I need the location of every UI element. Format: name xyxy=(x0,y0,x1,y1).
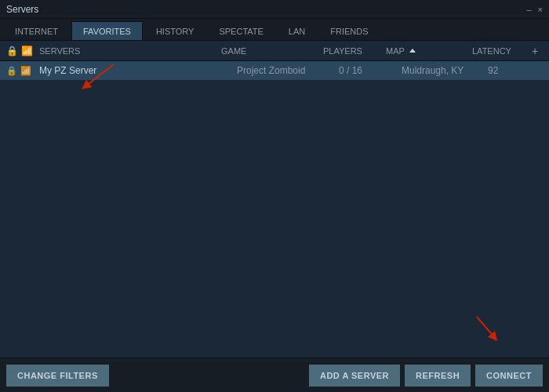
bottom-bar: CHANGE FILTERS ADD A SERVER REFRESH CONN… xyxy=(0,358,549,392)
row-icons: 🔒 📶 xyxy=(6,66,39,76)
tab-internet[interactable]: INTERNET xyxy=(3,21,70,40)
server-name: My PZ Server xyxy=(39,65,237,76)
col-add-button[interactable]: + xyxy=(527,45,543,57)
refresh-button[interactable]: REFRESH xyxy=(405,365,471,387)
server-latency: 92 xyxy=(488,65,543,76)
close-button[interactable]: × xyxy=(538,5,543,14)
title-bar: Servers – × xyxy=(0,0,549,19)
lock-header-icon: 🔒 xyxy=(6,45,18,56)
tab-friends[interactable]: FRIENDS xyxy=(318,21,380,40)
col-header-game[interactable]: GAME xyxy=(221,46,323,56)
col-header-players[interactable]: PLAYERS xyxy=(323,46,386,56)
column-header-row: 🔒 📶 SERVERS GAME PLAYERS MAP LATENCY + xyxy=(0,41,549,61)
tab-lan[interactable]: LAN xyxy=(277,21,317,40)
sort-arrow-icon xyxy=(409,49,416,53)
add-server-button[interactable]: ADD A SERVER xyxy=(309,365,400,387)
server-game: Project Zomboid xyxy=(237,65,339,76)
change-filters-button[interactable]: CHANGE FILTERS xyxy=(6,365,109,387)
connect-button[interactable]: CONNECT xyxy=(475,365,543,387)
tab-bar: INTERNET FAVORITES HISTORY SPECTATE LAN … xyxy=(0,19,549,41)
col-header-map[interactable]: MAP xyxy=(386,46,472,56)
server-list-area: 🔒 📶 My PZ Server Project Zomboid 0 / 16 … xyxy=(0,61,549,358)
signal-header-icon: 📶 xyxy=(21,45,33,56)
row-lock-icon: 🔒 xyxy=(6,66,17,76)
col-header-icons: 🔒 📶 xyxy=(6,45,39,56)
row-signal-icon: 📶 xyxy=(20,66,31,76)
window-title: Servers xyxy=(6,4,526,15)
col-header-servers[interactable]: SERVERS xyxy=(39,46,221,56)
server-players: 0 / 16 xyxy=(339,65,402,76)
server-map: Muldraugh, KY xyxy=(402,65,488,76)
window-controls[interactable]: – × xyxy=(526,5,543,14)
table-row[interactable]: 🔒 📶 My PZ Server Project Zomboid 0 / 16 … xyxy=(0,61,549,80)
col-header-latency[interactable]: LATENCY xyxy=(472,46,527,56)
server-list: 🔒 📶 My PZ Server Project Zomboid 0 / 16 … xyxy=(0,61,549,358)
tab-history[interactable]: HISTORY xyxy=(144,21,206,40)
tab-spectate[interactable]: SPECTATE xyxy=(207,21,274,40)
minimize-button[interactable]: – xyxy=(526,5,531,14)
tab-favorites[interactable]: FAVORITES xyxy=(71,21,143,40)
